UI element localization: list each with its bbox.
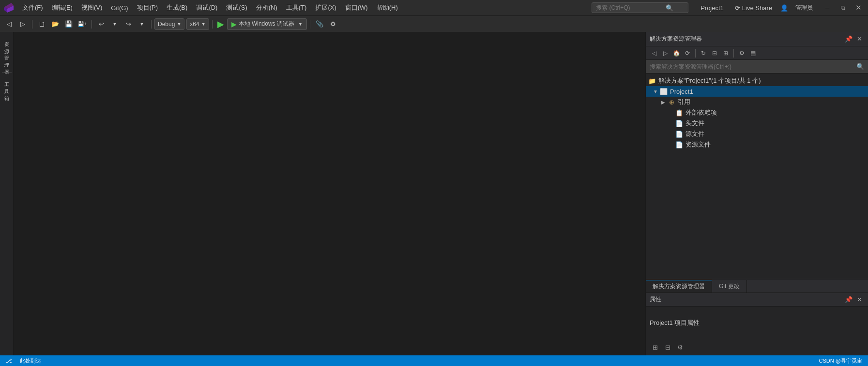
solution-explorer-header: 解决方案资源管理器 📌 ✕ <box>646 32 868 46</box>
platform-dropdown[interactable]: x64 ▼ <box>186 18 209 30</box>
menu-search-box[interactable]: 🔍 <box>592 2 688 13</box>
activity-search[interactable]: 源 <box>2 42 11 48</box>
act-sep1 <box>2 72 12 73</box>
back-nav-button[interactable]: ◁ <box>649 48 659 59</box>
activity-props[interactable]: 具 <box>2 82 11 88</box>
resource-files-item[interactable]: 📄 资源文件 <box>646 139 868 150</box>
menu-bar: 文件(F) 编辑(E) 视图(V) Git(G) 项目(P) 生成(B) 调试(… <box>0 0 868 15</box>
references-label: 引用 <box>678 98 690 106</box>
forward-button[interactable]: ▷ <box>16 18 29 30</box>
references-item[interactable]: ▶ ⊕ 引用 <box>646 97 868 107</box>
props-pin-button[interactable]: 📌 <box>844 295 853 305</box>
solution-label: 解决方案"Project1"(1 个项目/共 1 个) <box>658 76 761 85</box>
solution-explorer-title: 解决方案资源管理器 <box>650 35 702 43</box>
collapse-all-button[interactable]: ⊟ <box>709 48 720 59</box>
right-panel: 解决方案资源管理器 📌 ✕ ◁ ▷ 🏠 ⟳ ↻ ⊟ ⊞ ⚙ ▤ 🔍 <box>645 32 868 355</box>
redo-button[interactable]: ↪ <box>122 18 135 30</box>
tab-git-changes[interactable]: Git 更改 <box>712 280 747 293</box>
attach-button[interactable]: 📎 <box>313 18 326 30</box>
save-button[interactable]: 💾 <box>62 18 75 30</box>
status-left: ⎇ 此处到达 <box>4 357 43 365</box>
save-all-button[interactable]: 💾+ <box>76 18 89 30</box>
debug-mode-arrow: ▼ <box>177 22 181 27</box>
settings-button[interactable]: ⚙ <box>736 48 747 59</box>
debug-mode-dropdown[interactable]: Debug ▼ <box>154 18 184 30</box>
new-file-button[interactable]: 🗋 <box>35 18 48 30</box>
source-icon: 📄 <box>675 130 684 138</box>
restore-button[interactable]: ⧉ <box>835 0 851 15</box>
search-input[interactable] <box>596 4 664 11</box>
undo-dropdown[interactable]: ▼ <box>108 18 121 30</box>
admin-button[interactable]: 管理员 <box>792 2 816 14</box>
menu-file[interactable]: 文件(F) <box>18 1 47 14</box>
menu-items: 文件(F) 编辑(E) 视图(V) Git(G) 项目(P) 生成(B) 调试(… <box>18 1 587 14</box>
tab-solution-explorer[interactable]: 解决方案资源管理器 <box>646 280 712 293</box>
activity-view5[interactable]: 器 <box>2 63 11 69</box>
references-expand-arrow[interactable]: ▶ <box>659 98 667 106</box>
external-deps-item[interactable]: 📋 外部依赖项 <box>646 107 868 118</box>
back-button[interactable]: ◁ <box>3 18 15 30</box>
props-icon-bar: ⊞ ⊟ ⚙ <box>646 339 868 355</box>
menu-test[interactable]: 测试(S) <box>222 1 251 14</box>
menu-debug[interactable]: 调试(D) <box>192 1 221 14</box>
pin-button[interactable]: 📌 <box>844 34 853 44</box>
home-button[interactable]: 🏠 <box>671 48 682 59</box>
sep3 <box>151 20 152 29</box>
activity-extra[interactable]: 箱 <box>2 89 11 96</box>
solution-search-input[interactable] <box>650 63 856 70</box>
sync-button[interactable]: ⟳ <box>682 48 693 59</box>
source-files-item[interactable]: 📄 源文件 <box>646 129 868 139</box>
minimize-button[interactable]: ─ <box>820 0 835 15</box>
app-logo <box>2 1 15 15</box>
solution-search-bar: 🔍 <box>646 60 868 73</box>
status-csdn-label: CSDN @寻宇觅宙 <box>817 357 864 365</box>
activity-explorer[interactable]: 资 <box>2 35 11 41</box>
activity-view4[interactable]: 理 <box>2 56 11 62</box>
toolbar-extra-button[interactable]: ⚙ <box>327 18 339 30</box>
close-button[interactable]: ✕ <box>851 0 866 15</box>
project-collapse-arrow[interactable]: ▼ <box>652 88 659 95</box>
run-button[interactable]: ▶ <box>215 19 226 29</box>
props-icon-2[interactable]: ⊟ <box>662 342 673 352</box>
menu-view[interactable]: 视图(V) <box>77 1 106 14</box>
menu-analyze[interactable]: 分析(N) <box>252 1 281 14</box>
panel-header-icons: 📌 ✕ <box>844 34 864 44</box>
toolbar: ◁ ▷ 🗋 📂 💾 💾+ ↩ ▼ ↪ ▼ Debug ▼ x64 ▼ ▶ ▶ 本… <box>0 15 868 32</box>
project-label: Project1 <box>670 88 693 95</box>
status-bar: ⎇ 此处到达 CSDN @寻宇觅宙 <box>0 355 868 366</box>
source-files-label: 源文件 <box>685 130 704 138</box>
redo-dropdown[interactable]: ▼ <box>136 18 148 30</box>
user-account-icon[interactable]: 👤 <box>778 1 791 14</box>
menu-project[interactable]: 项目(P) <box>133 1 162 14</box>
menu-edit[interactable]: 编辑(E) <box>48 1 76 14</box>
project-item[interactable]: ▼ ⬜ Project1 <box>646 86 868 97</box>
local-debugger-button[interactable]: ▶ 本地 Windows 调试器 ▼ <box>227 18 307 30</box>
status-git-icon[interactable]: ⎇ <box>4 358 14 364</box>
forward-nav-button[interactable]: ▷ <box>660 48 670 59</box>
header-files-item[interactable]: 📄 头文件 <box>646 118 868 129</box>
menu-git[interactable]: Git(G) <box>107 2 132 14</box>
menu-extend[interactable]: 扩展(X) <box>311 1 340 14</box>
properties-panel: 属性 📌 ✕ Project1 项目属性 ⊞ ⊟ ⚙ <box>646 293 868 355</box>
split-horizontal-button[interactable]: ⊞ <box>720 48 731 59</box>
live-share-button[interactable]: ⟳ Live Share <box>731 3 776 13</box>
refresh-button[interactable]: ↻ <box>698 48 709 59</box>
menu-build[interactable]: 生成(B) <box>163 1 191 14</box>
undo-button[interactable]: ↩ <box>95 18 107 30</box>
activity-items-2: 工 具 箱 <box>2 74 11 97</box>
props-icon-1[interactable]: ⊞ <box>650 342 660 352</box>
menu-tools[interactable]: 工具(T) <box>282 1 311 14</box>
props-icon-3[interactable]: ⚙ <box>675 342 685 352</box>
props-close-button[interactable]: ✕ <box>854 295 864 305</box>
menu-window[interactable]: 窗口(W) <box>341 1 372 14</box>
close-panel-button[interactable]: ✕ <box>854 34 864 44</box>
activity-view3[interactable]: 管 <box>2 49 11 55</box>
local-debugger-label: 本地 Windows 调试器 <box>239 20 294 28</box>
sep2 <box>91 20 92 29</box>
open-file-button[interactable]: 📂 <box>49 18 61 30</box>
status-build-item[interactable]: 此处到达 <box>18 357 43 365</box>
solution-root-item[interactable]: 📁 解决方案"Project1"(1 个项目/共 1 个) <box>646 75 868 86</box>
filter-button[interactable]: ▤ <box>747 48 758 59</box>
menu-help[interactable]: 帮助(H) <box>373 1 402 14</box>
activity-toolbox[interactable]: 工 <box>2 75 11 82</box>
